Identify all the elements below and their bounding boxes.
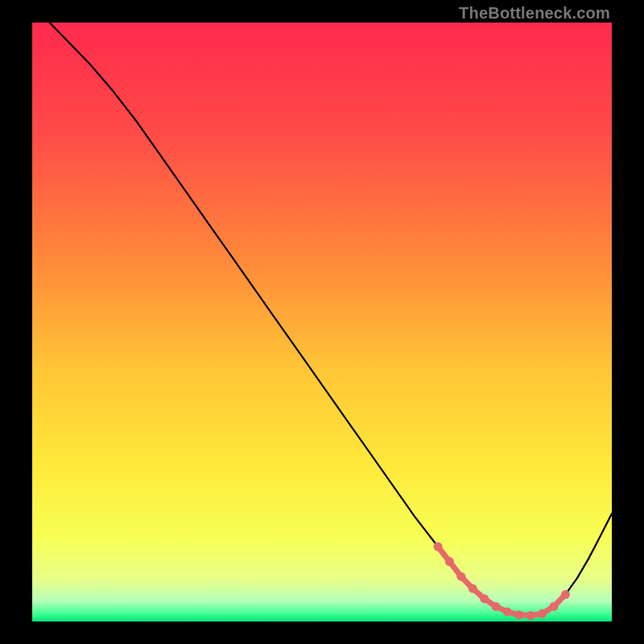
optimal-band-dot: [550, 602, 559, 611]
plot-area: [32, 23, 612, 621]
gradient-background: [32, 23, 612, 621]
optimal-band-dot: [526, 611, 535, 620]
optimal-band-dot: [503, 608, 512, 617]
optimal-band-dot: [561, 590, 570, 599]
optimal-band-dot: [434, 543, 443, 551]
watermark: TheBottleneck.com: [459, 4, 610, 23]
optimal-band-dot: [514, 610, 523, 619]
optimal-band-dot: [456, 572, 465, 581]
optimal-band-dot: [469, 584, 477, 593]
chart-frame: TheBottleneck.com: [0, 0, 644, 644]
chart-svg: [32, 23, 612, 621]
optimal-band-dot: [538, 609, 547, 618]
optimal-band-dot: [492, 602, 501, 611]
optimal-band-dot: [445, 557, 454, 566]
optimal-band-dot: [480, 594, 489, 603]
